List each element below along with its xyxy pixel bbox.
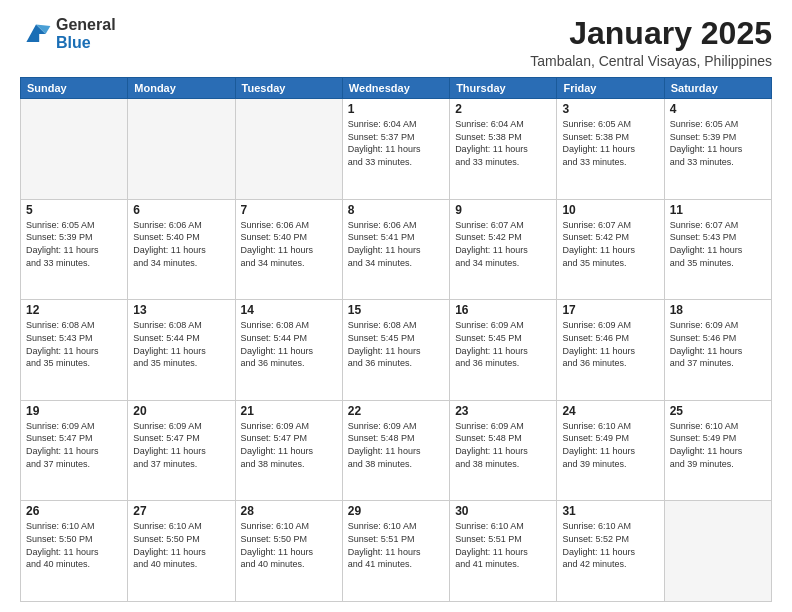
header-friday: Friday [557,78,664,99]
day-info: Sunrise: 6:09 AM Sunset: 5:47 PM Dayligh… [26,420,122,470]
day-number: 20 [133,404,229,418]
header: General Blue January 2025 Tambalan, Cent… [20,16,772,69]
day-info: Sunrise: 6:10 AM Sunset: 5:50 PM Dayligh… [241,520,337,570]
title-month: January 2025 [530,16,772,51]
day-info: Sunrise: 6:06 AM Sunset: 5:41 PM Dayligh… [348,219,444,269]
calendar-cell-2-6: 18Sunrise: 6:09 AM Sunset: 5:46 PM Dayli… [664,300,771,401]
day-number: 28 [241,504,337,518]
day-info: Sunrise: 6:10 AM Sunset: 5:49 PM Dayligh… [670,420,766,470]
day-number: 18 [670,303,766,317]
header-tuesday: Tuesday [235,78,342,99]
day-number: 9 [455,203,551,217]
day-info: Sunrise: 6:10 AM Sunset: 5:51 PM Dayligh… [348,520,444,570]
day-info: Sunrise: 6:10 AM Sunset: 5:49 PM Dayligh… [562,420,658,470]
day-number: 16 [455,303,551,317]
calendar-cell-2-0: 12Sunrise: 6:08 AM Sunset: 5:43 PM Dayli… [21,300,128,401]
calendar-cell-3-1: 20Sunrise: 6:09 AM Sunset: 5:47 PM Dayli… [128,400,235,501]
day-number: 31 [562,504,658,518]
calendar-cell-3-4: 23Sunrise: 6:09 AM Sunset: 5:48 PM Dayli… [450,400,557,501]
day-number: 27 [133,504,229,518]
day-info: Sunrise: 6:05 AM Sunset: 5:38 PM Dayligh… [562,118,658,168]
day-number: 6 [133,203,229,217]
day-number: 19 [26,404,122,418]
logo-general-text: General [56,16,116,34]
day-info: Sunrise: 6:07 AM Sunset: 5:42 PM Dayligh… [562,219,658,269]
calendar-cell-1-5: 10Sunrise: 6:07 AM Sunset: 5:42 PM Dayli… [557,199,664,300]
day-number: 17 [562,303,658,317]
calendar-cell-2-5: 17Sunrise: 6:09 AM Sunset: 5:46 PM Dayli… [557,300,664,401]
header-sunday: Sunday [21,78,128,99]
calendar-cell-1-0: 5Sunrise: 6:05 AM Sunset: 5:39 PM Daylig… [21,199,128,300]
calendar-cell-0-2 [235,99,342,200]
week-row-4: 19Sunrise: 6:09 AM Sunset: 5:47 PM Dayli… [21,400,772,501]
logo: General Blue [20,16,116,51]
day-number: 4 [670,102,766,116]
day-info: Sunrise: 6:06 AM Sunset: 5:40 PM Dayligh… [241,219,337,269]
day-number: 23 [455,404,551,418]
day-info: Sunrise: 6:10 AM Sunset: 5:50 PM Dayligh… [133,520,229,570]
logo-blue-text: Blue [56,34,116,52]
week-row-2: 5Sunrise: 6:05 AM Sunset: 5:39 PM Daylig… [21,199,772,300]
calendar-table: Sunday Monday Tuesday Wednesday Thursday… [20,77,772,602]
day-info: Sunrise: 6:08 AM Sunset: 5:44 PM Dayligh… [241,319,337,369]
day-info: Sunrise: 6:09 AM Sunset: 5:47 PM Dayligh… [241,420,337,470]
calendar-cell-0-4: 2Sunrise: 6:04 AM Sunset: 5:38 PM Daylig… [450,99,557,200]
day-number: 10 [562,203,658,217]
calendar-cell-4-6 [664,501,771,602]
calendar-cell-4-5: 31Sunrise: 6:10 AM Sunset: 5:52 PM Dayli… [557,501,664,602]
day-number: 2 [455,102,551,116]
header-thursday: Thursday [450,78,557,99]
day-info: Sunrise: 6:05 AM Sunset: 5:39 PM Dayligh… [26,219,122,269]
calendar-cell-4-0: 26Sunrise: 6:10 AM Sunset: 5:50 PM Dayli… [21,501,128,602]
calendar-cell-1-2: 7Sunrise: 6:06 AM Sunset: 5:40 PM Daylig… [235,199,342,300]
day-number: 11 [670,203,766,217]
week-row-1: 1Sunrise: 6:04 AM Sunset: 5:37 PM Daylig… [21,99,772,200]
day-number: 25 [670,404,766,418]
day-info: Sunrise: 6:06 AM Sunset: 5:40 PM Dayligh… [133,219,229,269]
day-info: Sunrise: 6:04 AM Sunset: 5:38 PM Dayligh… [455,118,551,168]
weekday-header-row: Sunday Monday Tuesday Wednesday Thursday… [21,78,772,99]
day-number: 26 [26,504,122,518]
day-number: 7 [241,203,337,217]
day-number: 5 [26,203,122,217]
day-info: Sunrise: 6:08 AM Sunset: 5:44 PM Dayligh… [133,319,229,369]
day-info: Sunrise: 6:07 AM Sunset: 5:42 PM Dayligh… [455,219,551,269]
day-number: 14 [241,303,337,317]
page: General Blue January 2025 Tambalan, Cent… [0,0,792,612]
day-number: 30 [455,504,551,518]
calendar-cell-1-6: 11Sunrise: 6:07 AM Sunset: 5:43 PM Dayli… [664,199,771,300]
calendar-cell-4-4: 30Sunrise: 6:10 AM Sunset: 5:51 PM Dayli… [450,501,557,602]
day-info: Sunrise: 6:09 AM Sunset: 5:48 PM Dayligh… [455,420,551,470]
calendar-cell-0-0 [21,99,128,200]
day-info: Sunrise: 6:09 AM Sunset: 5:48 PM Dayligh… [348,420,444,470]
day-number: 13 [133,303,229,317]
day-number: 8 [348,203,444,217]
calendar-cell-2-1: 13Sunrise: 6:08 AM Sunset: 5:44 PM Dayli… [128,300,235,401]
header-monday: Monday [128,78,235,99]
day-info: Sunrise: 6:07 AM Sunset: 5:43 PM Dayligh… [670,219,766,269]
day-number: 15 [348,303,444,317]
calendar-cell-3-0: 19Sunrise: 6:09 AM Sunset: 5:47 PM Dayli… [21,400,128,501]
day-info: Sunrise: 6:09 AM Sunset: 5:45 PM Dayligh… [455,319,551,369]
day-info: Sunrise: 6:10 AM Sunset: 5:51 PM Dayligh… [455,520,551,570]
calendar-cell-3-6: 25Sunrise: 6:10 AM Sunset: 5:49 PM Dayli… [664,400,771,501]
day-number: 1 [348,102,444,116]
day-number: 12 [26,303,122,317]
calendar-cell-1-4: 9Sunrise: 6:07 AM Sunset: 5:42 PM Daylig… [450,199,557,300]
day-info: Sunrise: 6:09 AM Sunset: 5:46 PM Dayligh… [562,319,658,369]
calendar-cell-1-1: 6Sunrise: 6:06 AM Sunset: 5:40 PM Daylig… [128,199,235,300]
day-info: Sunrise: 6:08 AM Sunset: 5:45 PM Dayligh… [348,319,444,369]
header-saturday: Saturday [664,78,771,99]
day-number: 22 [348,404,444,418]
calendar-cell-1-3: 8Sunrise: 6:06 AM Sunset: 5:41 PM Daylig… [342,199,449,300]
title-block: January 2025 Tambalan, Central Visayas, … [530,16,772,69]
calendar-cell-4-3: 29Sunrise: 6:10 AM Sunset: 5:51 PM Dayli… [342,501,449,602]
calendar-cell-0-1 [128,99,235,200]
day-info: Sunrise: 6:09 AM Sunset: 5:47 PM Dayligh… [133,420,229,470]
calendar-cell-0-3: 1Sunrise: 6:04 AM Sunset: 5:37 PM Daylig… [342,99,449,200]
week-row-3: 12Sunrise: 6:08 AM Sunset: 5:43 PM Dayli… [21,300,772,401]
calendar-cell-3-3: 22Sunrise: 6:09 AM Sunset: 5:48 PM Dayli… [342,400,449,501]
day-number: 21 [241,404,337,418]
calendar-cell-0-5: 3Sunrise: 6:05 AM Sunset: 5:38 PM Daylig… [557,99,664,200]
calendar-cell-4-1: 27Sunrise: 6:10 AM Sunset: 5:50 PM Dayli… [128,501,235,602]
